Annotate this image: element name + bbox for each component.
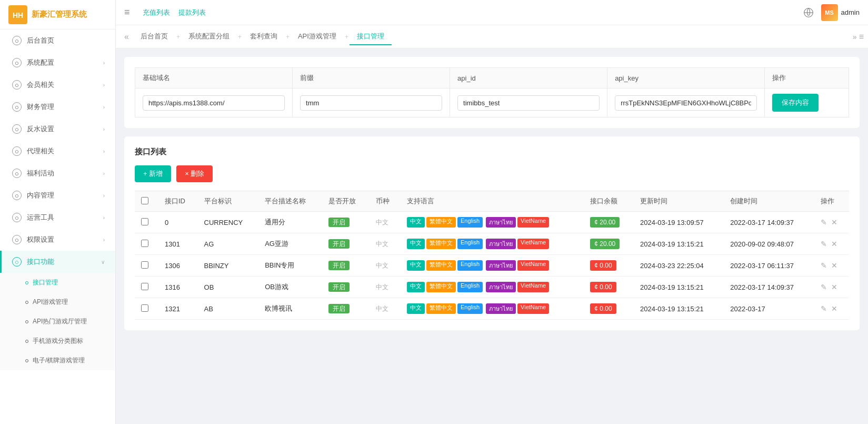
breadcrumb-close-icon[interactable]: ≡	[859, 32, 864, 42]
row-actions: ✎ ✕	[814, 298, 849, 320]
content-icon: ○	[12, 191, 22, 200]
topbar-link-withdraw[interactable]: 提款列表	[178, 8, 206, 17]
lang-tag: ภาษาไทย	[486, 217, 516, 228]
sidebar-item-finance[interactable]: ○ 财务管理 ›	[0, 96, 115, 118]
sidebar-item-sysconfig[interactable]: ○ 系统配置 ›	[0, 52, 115, 74]
sidebar-sub-interface-mgmt[interactable]: 接口管理	[0, 273, 115, 292]
sidebar-item-agent[interactable]: ○ 代理相关 ›	[0, 140, 115, 162]
lang-tag: 繁體中文	[426, 260, 456, 271]
delete-icon[interactable]: ✕	[831, 304, 837, 313]
admin-avatar[interactable]: MS admin	[821, 4, 860, 21]
add-button[interactable]: + 新增	[135, 165, 171, 182]
row-checkbox[interactable]	[141, 304, 148, 312]
col-currency: 币种	[370, 191, 401, 212]
row-checkbox[interactable]	[141, 218, 148, 225]
topbar: ≡ 充值列表 提款列表 MS admin	[116, 0, 868, 25]
sidebar-item-content[interactable]: ○ 内容管理 ›	[0, 184, 115, 206]
main-content: ≡ 充值列表 提款列表 MS admin « 后台首页 + 系统配置分组 + 套…	[116, 0, 868, 424]
breadcrumb-expand-btn[interactable]: »	[853, 33, 857, 41]
lang-tags: 中文繁體中文EnglishภาษาไทยVietName	[407, 303, 577, 314]
sidebar-item-home[interactable]: ○ 后台首页	[0, 29, 115, 52]
row-id: 1301	[158, 233, 198, 255]
breadcrumb-sysconfig[interactable]: 系统配置分组	[181, 28, 237, 45]
lang-tag: ภาษาไทย	[486, 239, 516, 249]
sidebar-item-rebate[interactable]: ○ 反水设置 ›	[0, 118, 115, 140]
sidebar-item-welfare-label: 福利活动	[27, 169, 54, 178]
lang-tag: VietName	[517, 282, 549, 292]
balance-badge: ¢ 20.00	[590, 239, 620, 249]
lang-tag: VietName	[517, 303, 549, 314]
row-checkbox[interactable]	[141, 261, 148, 269]
topbar-link-recharge[interactable]: 充值列表	[143, 8, 170, 17]
prefix-input[interactable]	[300, 95, 442, 111]
delete-icon[interactable]: ✕	[831, 283, 837, 291]
content-area: 基础域名 前缀 api_id api_key 操作	[116, 48, 868, 424]
delete-button[interactable]: × 删除	[176, 165, 213, 182]
currency-text: 中文	[376, 240, 388, 248]
breadcrumb-home[interactable]: 后台首页	[133, 28, 175, 45]
row-create-time: 2022-03-17 06:11:37	[724, 255, 814, 277]
base-url-input[interactable]	[143, 95, 285, 111]
table-row: 1306 BBINZY BBIN专用 开启 中文 中文繁體中文Englishภา…	[135, 255, 849, 277]
delete-icon[interactable]: ✕	[831, 261, 837, 270]
row-langs: 中文繁體中文EnglishภาษาไทยVietName	[401, 298, 584, 320]
lang-tag: VietName	[517, 217, 549, 228]
sidebar-item-interface[interactable]: ○ 接口功能 ∨	[0, 251, 115, 273]
breadcrumb-bar: « 后台首页 + 系统配置分组 + 套利查询 + API游戏管理 + 接口管理 …	[116, 25, 868, 48]
lang-tag: 中文	[407, 260, 425, 271]
save-button[interactable]: 保存内容	[772, 94, 819, 112]
row-id: 1316	[158, 277, 198, 298]
row-balance: ¢ 20.00	[584, 233, 634, 255]
admin-name: admin	[841, 8, 860, 16]
edit-icon[interactable]: ✎	[821, 261, 827, 270]
row-actions: ✎ ✕	[814, 277, 849, 298]
delete-icon[interactable]: ✕	[831, 218, 837, 226]
sidebar-sub-mobile-game[interactable]: 手机游戏分类图标	[0, 331, 115, 351]
select-all-checkbox[interactable]	[141, 197, 148, 204]
currency-text: 中文	[376, 305, 388, 312]
avatar-image: MS	[821, 4, 838, 21]
config-row: 保存内容	[135, 88, 849, 117]
chevron-right-icon: ›	[103, 60, 105, 66]
edit-icon[interactable]: ✎	[821, 218, 827, 226]
sidebar-sub-api-hot[interactable]: API热门游戏厅管理	[0, 312, 115, 331]
logo-text: 新豪汇管理系统	[32, 9, 87, 19]
breadcrumb-collapse-btn[interactable]: «	[120, 30, 133, 44]
sidebar-item-ops[interactable]: ○ 运营工具 ›	[0, 206, 115, 229]
row-platform: AB	[198, 298, 259, 320]
status-badge: 开启	[328, 261, 350, 270]
delete-icon[interactable]: ✕	[831, 240, 837, 248]
row-checkbox[interactable]	[141, 283, 148, 290]
edit-icon[interactable]: ✎	[821, 304, 827, 313]
breadcrumb-api-game[interactable]: API游戏管理	[291, 28, 344, 45]
row-create-time: 2022-03-17	[724, 298, 814, 320]
config-table: 基础域名 前缀 api_id api_key 操作	[135, 67, 849, 117]
sidebar-sub-card-game[interactable]: 电子/棋牌游戏管理	[0, 351, 115, 370]
breadcrumb-interface[interactable]: 接口管理	[350, 28, 392, 45]
api-id-input[interactable]	[457, 95, 600, 111]
menu-toggle-icon[interactable]: ≡	[124, 7, 130, 18]
api-key-input[interactable]	[615, 95, 757, 111]
edit-icon[interactable]: ✎	[821, 240, 827, 248]
col-api-id: api_id	[450, 68, 607, 88]
interface-list-title: 接口列表	[135, 147, 849, 157]
sidebar-item-member[interactable]: ○ 会员相关 ›	[0, 74, 115, 96]
sidebar-item-perms[interactable]: ○ 权限设置 ›	[0, 229, 115, 251]
edit-icon[interactable]: ✎	[821, 283, 827, 291]
lang-tag: English	[457, 303, 483, 314]
language-icon[interactable]	[802, 6, 815, 19]
sidebar-item-welfare[interactable]: ○ 福利活动 ›	[0, 162, 115, 184]
sidebar-sub-interface-mgmt-label: 接口管理	[33, 278, 58, 287]
row-update-time: 2024-03-19 13:15:21	[634, 277, 724, 298]
config-prefix-cell	[293, 88, 450, 117]
breadcrumb-sep-3: +	[285, 33, 291, 41]
lang-tag: 繁體中文	[426, 217, 456, 228]
row-check-cell	[135, 233, 158, 255]
breadcrumb-arbitrage[interactable]: 套利查询	[243, 28, 285, 45]
row-checkbox[interactable]	[141, 240, 148, 247]
row-langs: 中文繁體中文EnglishภาษาไทยVietName	[401, 277, 584, 298]
row-update-time: 2024-03-19 13:15:21	[634, 298, 724, 320]
row-platform: AG	[198, 233, 259, 255]
sidebar-sub-api-game[interactable]: API游戏管理	[0, 292, 115, 312]
chevron-right-icon: ›	[103, 193, 105, 199]
